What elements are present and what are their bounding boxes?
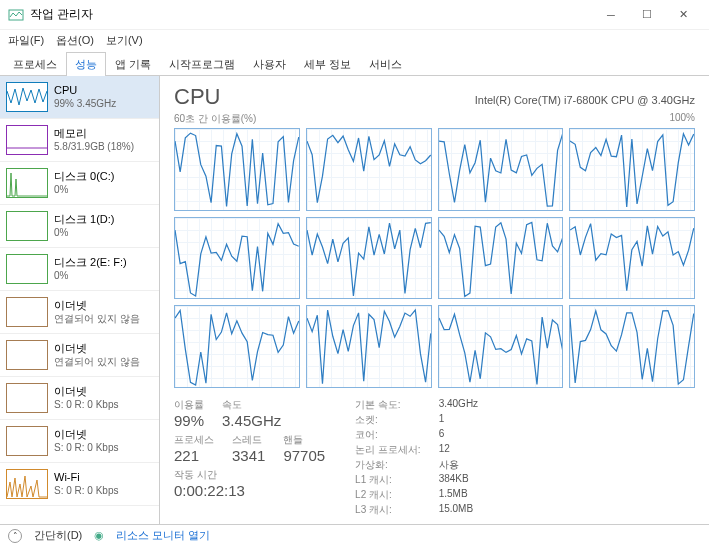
tab-details[interactable]: 세부 정보 [295,52,360,76]
menu-options[interactable]: 옵션(O) [56,33,94,48]
sidebar-item-label: 이더넷 [54,428,118,441]
tab-processes[interactable]: 프로세스 [4,52,66,76]
open-resmon-link[interactable]: 리소스 모니터 열기 [116,528,210,543]
sidebar-item-label: 메모리 [54,127,134,140]
stat-label: 프로세스 [174,433,214,447]
sidebar-item-net-7[interactable]: 이더넷 S: 0 R: 0 Kbps [0,377,159,420]
sidebar-item-value: 0% [54,184,115,196]
thumb-icon [6,211,48,241]
sidebar-item-mem-1[interactable]: 메모리 5.8/31.9GB (18%) [0,119,159,162]
tab-users[interactable]: 사용자 [244,52,295,76]
sidebar-item-wifi-9[interactable]: Wi-Fi S: 0 R: 0 Kbps [0,463,159,506]
menu-view[interactable]: 보기(V) [106,33,143,48]
tab-performance[interactable]: 성능 [66,52,106,76]
window-title: 작업 관리자 [30,6,593,23]
sidebar-item-net-5[interactable]: 이더넷 연결되어 있지 않음 [0,291,159,334]
tab-services[interactable]: 서비스 [360,52,411,76]
stats-left: 이용률99%속도3.45GHz 프로세스221스레드3341핸들97705 작동… [174,398,325,517]
stat-속도: 속도3.45GHz [222,398,281,429]
cpu-core-1 [306,128,432,211]
sidebar-info: 이더넷 S: 0 R: 0 Kbps [54,428,118,453]
tab-apphistory[interactable]: 앱 기록 [106,52,160,76]
detail-label: L3 캐시: [355,503,421,517]
cpu-core-5 [306,217,432,300]
detail-value: 1.5MB [439,488,478,502]
stats-right: 기본 속도:3.40GHz소켓:1코어:6논리 프로세서:12가상화:사용L1 … [355,398,478,517]
cpu-model: Intel(R) Core(TM) i7-6800K CPU @ 3.40GHz [475,94,695,106]
stat-value: 3.45GHz [222,412,281,429]
cpu-core-7 [569,217,695,300]
sidebar-info: Wi-Fi S: 0 R: 0 Kbps [54,471,118,496]
stat-프로세스: 프로세스221 [174,433,214,464]
page-title: CPU [174,84,220,110]
window-controls: ─ ☐ ✕ [593,1,701,29]
thumb-icon [6,125,48,155]
sidebar-info: 디스크 2(E: F:) 0% [54,256,127,281]
maximize-button[interactable]: ☐ [629,1,665,29]
menu-file[interactable]: 파일(F) [8,33,44,48]
cpu-core-0 [174,128,300,211]
stat-label: 이용률 [174,398,204,412]
cpu-core-2 [438,128,564,211]
sidebar-item-cpu-0[interactable]: CPU 99% 3.45GHz [0,76,159,119]
cpu-grid[interactable] [174,128,695,388]
sidebar-info: 이더넷 연결되어 있지 않음 [54,299,140,324]
stat-value: 97705 [283,447,325,464]
sidebar-item-value: 연결되어 있지 않음 [54,313,140,325]
cpu-core-4 [174,217,300,300]
main-panel: CPU Intel(R) Core(TM) i7-6800K CPU @ 3.4… [160,76,709,524]
detail-label: 가상화: [355,458,421,472]
chevron-up-icon[interactable]: ˄ [8,529,22,543]
tab-startup[interactable]: 시작프로그램 [160,52,244,76]
detail-label: 기본 속도: [355,398,421,412]
app-icon [8,7,24,23]
sidebar-item-value: S: 0 R: 0 Kbps [54,399,118,411]
detail-value: 3.40GHz [439,398,478,412]
sidebar-item-value: 5.8/31.9GB (18%) [54,141,134,153]
close-button[interactable]: ✕ [665,1,701,29]
sidebar-item-label: 디스크 2(E: F:) [54,256,127,269]
sidebar-item-label: 디스크 0(C:) [54,170,115,183]
thumb-icon [6,254,48,284]
sidebar-item-value: 0% [54,227,115,239]
uptime-value: 0:00:22:13 [174,482,325,499]
detail-label: L1 캐시: [355,473,421,487]
sidebar-item-disk-3[interactable]: 디스크 1(D:) 0% [0,205,159,248]
minimize-button[interactable]: ─ [593,1,629,29]
sidebar-item-label: 이더넷 [54,385,118,398]
cpu-core-6 [438,217,564,300]
sidebar-item-disk-2[interactable]: 디스크 0(C:) 0% [0,162,159,205]
detail-value: 사용 [439,458,478,472]
sidebar-info: CPU 99% 3.45GHz [54,84,116,109]
sidebar-item-disk-4[interactable]: 디스크 2(E: F:) 0% [0,248,159,291]
stat-이용률: 이용률99% [174,398,204,429]
titlebar: 작업 관리자 ─ ☐ ✕ [0,0,709,30]
sidebar-item-value: S: 0 R: 0 Kbps [54,442,118,454]
stat-label: 속도 [222,398,281,412]
main-header: CPU Intel(R) Core(TM) i7-6800K CPU @ 3.4… [174,84,695,110]
sidebar-item-net-6[interactable]: 이더넷 연결되어 있지 않음 [0,334,159,377]
content: CPU 99% 3.45GHz 메모리 5.8/31.9GB (18%) 디스크… [0,76,709,524]
graph-subheader: 60초 간 이용률(%) 100% [174,112,695,126]
sidebar-item-label: 디스크 1(D:) [54,213,115,226]
sidebar-info: 디스크 0(C:) 0% [54,170,115,195]
thumb-icon [6,297,48,327]
sidebar-info: 이더넷 S: 0 R: 0 Kbps [54,385,118,410]
stat-label: 핸들 [283,433,325,447]
stat-row-2: 프로세스221스레드3341핸들97705 [174,433,325,464]
graph-label-right: 100% [669,112,695,126]
fewer-details[interactable]: 간단히(D) [34,528,82,543]
sidebar-item-label: 이더넷 [54,299,140,312]
stats: 이용률99%속도3.45GHz 프로세스221스레드3341핸들97705 작동… [174,398,695,517]
sidebar-info: 디스크 1(D:) 0% [54,213,115,238]
tabbar: 프로세스 성능 앱 기록 시작프로그램 사용자 세부 정보 서비스 [0,50,709,76]
detail-value: 384KB [439,473,478,487]
thumb-icon [6,82,48,112]
graph-label-left: 60초 간 이용률(%) [174,112,256,126]
cpu-core-9 [306,305,432,388]
sidebar-item-net-8[interactable]: 이더넷 S: 0 R: 0 Kbps [0,420,159,463]
sidebar-item-label: Wi-Fi [54,471,118,484]
sidebar-item-label: CPU [54,84,116,97]
thumb-icon [6,426,48,456]
cpu-core-10 [438,305,564,388]
